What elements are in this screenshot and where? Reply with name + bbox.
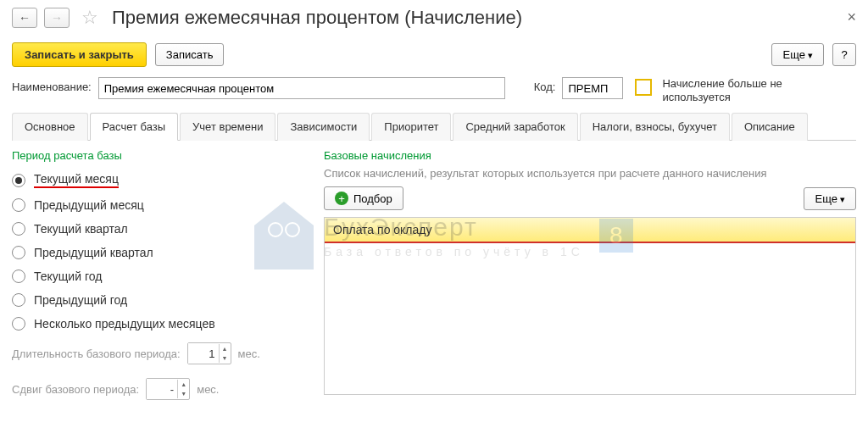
base-more-button[interactable]: Еще: [804, 187, 856, 210]
radio-icon: [12, 198, 25, 212]
shift-stepper[interactable]: ▲ ▼: [146, 378, 190, 400]
radio-current-year[interactable]: Текущий год: [12, 264, 315, 288]
radio-icon: [12, 317, 25, 331]
radio-prev-month[interactable]: Предыдущий месяц: [12, 193, 315, 217]
save-button[interactable]: Записать: [155, 43, 225, 66]
chevron-up-icon[interactable]: ▲: [220, 344, 231, 353]
chevron-up-icon[interactable]: ▲: [178, 380, 189, 389]
base-list[interactable]: Оплата по окладу: [324, 217, 856, 395]
tab-content: Период расчета базы Текущий месяц Предыд…: [0, 141, 868, 407]
nav-forward-button[interactable]: →: [44, 8, 70, 28]
stepper-arrows: ▲ ▼: [177, 380, 189, 398]
tab-base-calc[interactable]: Расчет базы: [90, 113, 179, 141]
pick-button[interactable]: + Подбор: [324, 186, 403, 210]
radio-label: Предыдущий год: [34, 293, 127, 307]
pick-button-label: Подбор: [353, 192, 392, 205]
period-pane: Период расчета базы Текущий месяц Предыд…: [12, 149, 324, 407]
toolbar: Записать и закрыть Записать Еще ?: [0, 31, 868, 74]
tab-desc[interactable]: Описание: [732, 113, 808, 141]
shift-input[interactable]: [147, 379, 177, 399]
duration-unit: мес.: [238, 347, 260, 360]
radio-icon: [12, 270, 25, 283]
save-and-close-button[interactable]: Записать и закрыть: [12, 42, 147, 67]
header-form-row: Наименование: Код: Начисление больше не …: [0, 74, 868, 112]
stepper-arrows: ▲ ▼: [219, 344, 231, 363]
tabs: Основное Расчет базы Учет времени Зависи…: [12, 112, 856, 141]
window-title: Премия ежемесячная процентом (Начисление…: [112, 7, 522, 29]
shift-label: Сдвиг базового периода:: [12, 383, 139, 396]
radio-current-quarter[interactable]: Текущий квартал: [12, 217, 315, 241]
not-used-checkbox[interactable]: [635, 79, 652, 96]
base-toolbar: + Подбор Еще: [324, 186, 856, 210]
radio-current-month[interactable]: Текущий месяц: [12, 167, 315, 193]
radio-label: Текущий год: [34, 270, 102, 283]
tab-main[interactable]: Основное: [12, 113, 88, 141]
radio-icon: [12, 222, 25, 236]
duration-row: Длительность базового периода: ▲ ▼ мес.: [12, 336, 315, 371]
duration-input[interactable]: [188, 343, 219, 364]
radio-icon: [12, 174, 25, 187]
titlebar: ← → ☆ Премия ежемесячная процентом (Начи…: [0, 0, 868, 31]
tab-priority[interactable]: Приоритет: [371, 113, 451, 141]
chevron-down-icon[interactable]: ▼: [178, 389, 189, 398]
period-title: Период расчета базы: [12, 149, 315, 162]
close-icon[interactable]: ×: [847, 8, 856, 26]
plus-icon: +: [335, 192, 348, 205]
list-item[interactable]: Оплата по окладу: [325, 218, 855, 243]
radio-icon: [12, 293, 25, 307]
name-label: Наименование:: [12, 77, 92, 93]
duration-label: Длительность базового периода:: [12, 347, 181, 360]
radio-label: Текущий месяц: [34, 172, 119, 188]
code-label: Код:: [534, 77, 556, 93]
tab-time[interactable]: Учет времени: [180, 113, 275, 141]
radio-prev-quarter[interactable]: Предыдущий квартал: [12, 241, 315, 264]
radio-label: Предыдущий квартал: [34, 246, 153, 259]
radio-icon: [12, 246, 25, 259]
tab-deps[interactable]: Зависимости: [277, 113, 370, 141]
base-pane: Базовые начисления Список начислений, ре…: [324, 149, 856, 407]
duration-stepper[interactable]: ▲ ▼: [187, 342, 231, 364]
favorite-star-icon[interactable]: ☆: [81, 7, 98, 29]
radio-label: Несколько предыдущих месяцев: [34, 317, 215, 331]
not-used-label: Начисление больше не используется: [662, 77, 798, 103]
shift-unit: мес.: [197, 383, 219, 396]
radio-label: Предыдущий месяц: [34, 198, 144, 212]
tab-taxes[interactable]: Налоги, взносы, бухучет: [580, 113, 730, 141]
tab-avg-earn[interactable]: Средний заработок: [453, 113, 577, 141]
base-hint: Список начислений, результат которых исп…: [324, 167, 856, 180]
radio-prev-year[interactable]: Предыдущий год: [12, 288, 315, 312]
base-title: Базовые начисления: [324, 149, 856, 162]
code-input[interactable]: [562, 77, 623, 99]
radio-label: Текущий квартал: [34, 222, 128, 236]
name-input[interactable]: [98, 77, 505, 99]
shift-row: Сдвиг базового периода: ▲ ▼ мес.: [12, 371, 315, 407]
radio-several-months[interactable]: Несколько предыдущих месяцев: [12, 312, 315, 336]
help-button[interactable]: ?: [832, 43, 856, 66]
nav-back-button[interactable]: ←: [12, 8, 37, 28]
chevron-down-icon[interactable]: ▼: [220, 353, 231, 363]
more-button[interactable]: Еще: [771, 43, 824, 66]
